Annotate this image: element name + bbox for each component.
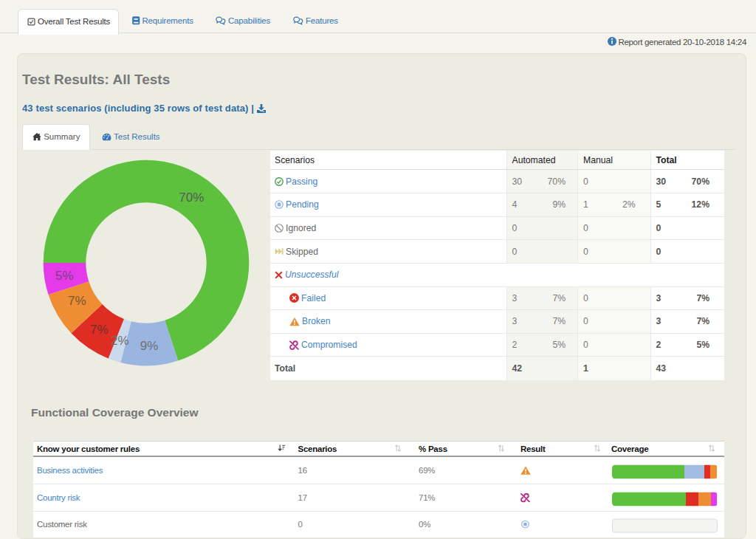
svg-text:5%: 5% [55,269,74,283]
svg-text:70%: 70% [179,190,204,205]
svg-text:7%: 7% [90,323,109,337]
svg-text:7%: 7% [68,294,86,308]
svg-text:2%: 2% [111,334,129,348]
svg-text:9%: 9% [140,339,158,353]
